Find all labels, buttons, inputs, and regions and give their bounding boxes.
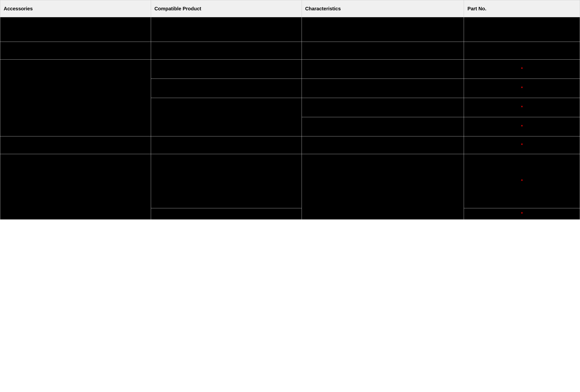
cell-accessories	[0, 154, 151, 220]
cell-compatible	[151, 136, 301, 154]
asterisk-marker: *	[467, 67, 576, 72]
cell-compatible	[151, 79, 301, 98]
header-characteristics: Characteristics	[301, 0, 464, 17]
cell-accessories	[0, 60, 151, 136]
cell-accessories	[0, 136, 151, 154]
cell-characteristics	[301, 154, 464, 220]
cell-accessories	[0, 42, 151, 60]
cell-partno: *	[464, 136, 580, 154]
cell-compatible	[151, 17, 301, 42]
table-row	[0, 42, 580, 60]
header-part-no: Part No.	[464, 0, 580, 17]
table-row: *	[0, 136, 580, 154]
cell-characteristics	[301, 79, 464, 98]
cell-partno: *	[464, 208, 580, 220]
asterisk-marker: *	[467, 105, 576, 110]
cell-accessories	[0, 17, 151, 42]
cell-partno	[464, 42, 580, 60]
cell-compatible	[151, 154, 301, 208]
cell-characteristics	[301, 17, 464, 42]
cell-characteristics	[301, 60, 464, 79]
cell-compatible	[151, 208, 301, 220]
cell-partno: *	[464, 60, 580, 79]
cell-partno: *	[464, 79, 580, 98]
cell-characteristics	[301, 98, 464, 117]
cell-partno: *	[464, 117, 580, 136]
cell-characteristics	[301, 117, 464, 136]
cell-partno: *	[464, 98, 580, 117]
header-compatible-product: Compatible Product	[151, 0, 301, 17]
asterisk-marker: *	[467, 179, 576, 184]
asterisk-marker: *	[467, 143, 576, 148]
table-header-row: Accessories Compatible Product Character…	[0, 0, 580, 17]
table-row	[0, 17, 580, 42]
cell-characteristics	[301, 136, 464, 154]
asterisk-marker: *	[467, 124, 576, 129]
cell-partno	[464, 17, 580, 42]
asterisk-marker: *	[467, 86, 576, 91]
header-accessories: Accessories	[0, 0, 151, 17]
cell-characteristics	[301, 42, 464, 60]
table-row: *	[0, 60, 580, 79]
cell-compatible	[151, 42, 301, 60]
cell-compatible	[151, 98, 301, 136]
table-row: *	[0, 154, 580, 208]
asterisk-marker: *	[467, 211, 576, 216]
cell-compatible	[151, 60, 301, 79]
accessories-table: Accessories Compatible Product Character…	[0, 0, 580, 220]
cell-partno: *	[464, 154, 580, 208]
